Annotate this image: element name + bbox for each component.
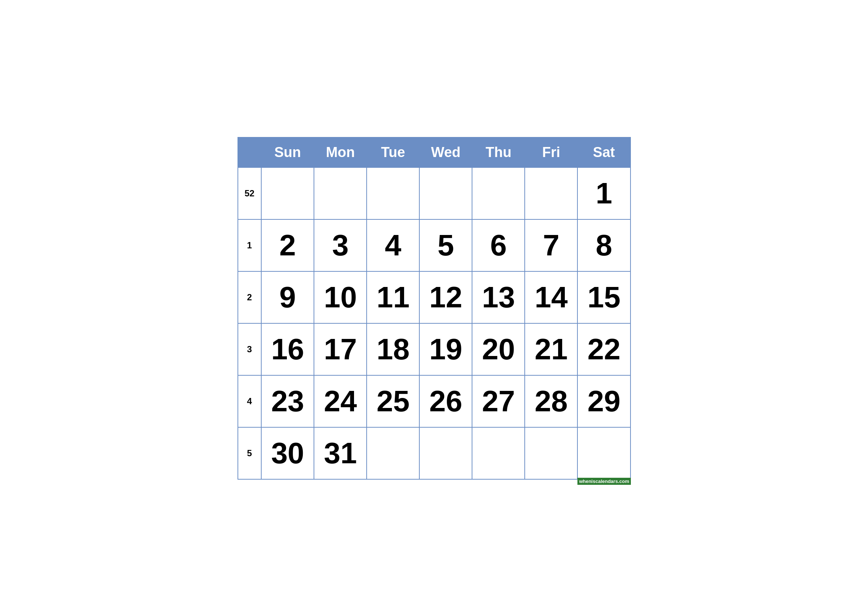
day-cell: 17	[314, 323, 367, 375]
day-cell: 11	[367, 271, 419, 323]
day-cell: 22	[577, 323, 630, 375]
week-number: 4	[238, 375, 262, 427]
day-cell: 1	[577, 167, 630, 219]
day-cell: 3	[314, 219, 367, 271]
day-cell: 2	[261, 219, 314, 271]
day-cell: 28	[525, 375, 577, 427]
calendar-container: Sun Mon Tue Wed Thu Fri Sat 521123456782…	[230, 127, 638, 487]
day-cell: 24	[314, 375, 367, 427]
day-cell: 12	[419, 271, 472, 323]
table-row: 423242526272829	[238, 375, 631, 427]
day-cell: 25	[367, 375, 419, 427]
day-cell: 7	[525, 219, 577, 271]
week-number: 2	[238, 271, 262, 323]
table-row: 521	[238, 167, 631, 219]
fri-header: Fri	[525, 137, 577, 167]
day-cell	[525, 427, 577, 479]
wed-header: Wed	[419, 137, 472, 167]
day-cell	[261, 167, 314, 219]
day-cell: 31	[314, 427, 367, 479]
table-row: 12345678	[238, 219, 631, 271]
day-cell: 5	[419, 219, 472, 271]
week-number: 5	[238, 427, 262, 479]
day-cell	[367, 167, 419, 219]
thu-header: Thu	[472, 137, 525, 167]
day-cell	[314, 167, 367, 219]
day-cell	[419, 167, 472, 219]
day-cell: 4	[367, 219, 419, 271]
sun-header: Sun	[261, 137, 314, 167]
day-cell: 9	[261, 271, 314, 323]
table-row: 29101112131415	[238, 271, 631, 323]
day-cell: 10	[314, 271, 367, 323]
day-cell: 29	[577, 375, 630, 427]
week-number: 3	[238, 323, 262, 375]
day-cell: 6	[472, 219, 525, 271]
tue-header: Tue	[367, 137, 419, 167]
day-cell: 14	[525, 271, 577, 323]
table-row: 53031	[238, 427, 631, 479]
header-row: Sun Mon Tue Wed Thu Fri Sat	[238, 137, 631, 167]
day-cell	[472, 167, 525, 219]
day-cell: 26	[419, 375, 472, 427]
day-cell: 16	[261, 323, 314, 375]
day-cell	[472, 427, 525, 479]
day-cell: 18	[367, 323, 419, 375]
watermark: wheniscalendars.com	[577, 479, 631, 484]
day-cell: 20	[472, 323, 525, 375]
sat-header: Sat	[577, 137, 630, 167]
calendar-body: 5211234567829101112131415316171819202122…	[238, 167, 631, 479]
day-cell	[367, 427, 419, 479]
day-cell: 8	[577, 219, 630, 271]
day-cell: 13	[472, 271, 525, 323]
day-cell: 21	[525, 323, 577, 375]
day-cell	[577, 427, 630, 479]
day-cell	[419, 427, 472, 479]
calendar-table: Sun Mon Tue Wed Thu Fri Sat 521123456782…	[237, 137, 631, 480]
week-number: 52	[238, 167, 262, 219]
day-cell: 19	[419, 323, 472, 375]
table-row: 316171819202122	[238, 323, 631, 375]
mon-header: Mon	[314, 137, 367, 167]
wk-column-header	[238, 137, 262, 167]
day-cell	[525, 167, 577, 219]
day-cell: 15	[577, 271, 630, 323]
day-cell: 30	[261, 427, 314, 479]
day-cell: 23	[261, 375, 314, 427]
day-cell: 27	[472, 375, 525, 427]
week-number: 1	[238, 219, 262, 271]
watermark-text: wheniscalendars.com	[577, 478, 631, 485]
